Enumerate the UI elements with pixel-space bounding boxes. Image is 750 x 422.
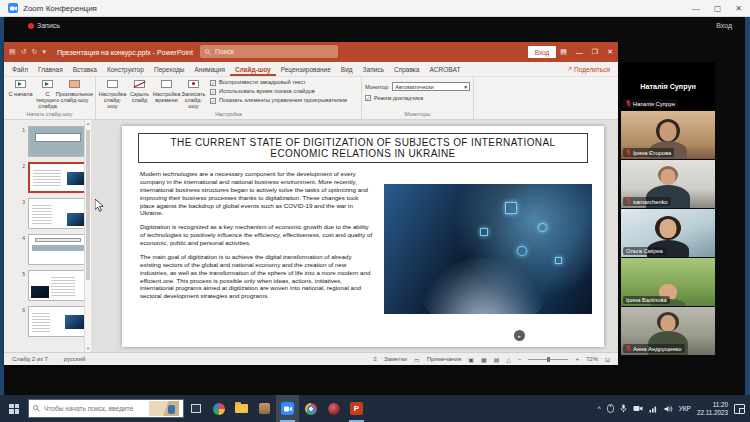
zoom-in-icon[interactable]: + <box>575 356 579 362</box>
slide-thumbnail[interactable]: 5 <box>20 270 88 301</box>
rehearse-timings-button[interactable]: Настройка времени <box>153 78 180 103</box>
checkbox-checked[interactable]: ✓ <box>210 80 216 86</box>
mouse-settings-icon[interactable] <box>607 404 614 413</box>
close-icon[interactable]: ✕ <box>735 4 742 13</box>
reading-view-icon[interactable]: ▤ <box>494 356 500 363</box>
tab-review[interactable]: Рецензирование <box>276 62 336 76</box>
ribbon-display-icon[interactable]: ▤ <box>560 48 567 56</box>
tab-transitions[interactable]: Переходы <box>149 62 190 76</box>
undo-icon[interactable]: ↺ <box>21 48 27 56</box>
participant-tile-active-speaker[interactable]: Ірина Балілова <box>621 258 715 306</box>
taskbar-search[interactable] <box>28 399 184 418</box>
tab-help[interactable]: Справка <box>389 62 425 76</box>
zoom-out-icon[interactable]: − <box>518 356 522 362</box>
checkbox-checked[interactable]: ✓ <box>210 98 216 104</box>
tab-acrobat[interactable]: ACROBAT <box>424 62 465 76</box>
participant-tile[interactable]: samarchenko <box>621 160 715 208</box>
muted-mic-icon <box>626 345 631 352</box>
task-view-button[interactable] <box>184 395 207 422</box>
tab-view[interactable]: Вид <box>336 62 358 76</box>
option-use-timings[interactable]: ✓ Использовать время показа слайдов <box>210 89 354 95</box>
maximize-icon[interactable]: ▢ <box>714 4 722 13</box>
store-icon[interactable] <box>253 395 276 422</box>
notes-button[interactable]: Заметки <box>384 356 407 362</box>
ppt-signin-button[interactable]: Вход <box>528 46 556 58</box>
powerpoint-taskbar-icon[interactable]: P <box>345 395 368 422</box>
zoom-taskbar-icon[interactable] <box>276 395 299 422</box>
slide-thumbnail-panel: 1 2 3 4 5 <box>4 120 91 352</box>
save-icon[interactable]: ▤ <box>9 48 16 56</box>
hidden-icons-button[interactable]: ^ <box>597 405 600 412</box>
tab-insert[interactable]: Вставка <box>68 62 102 76</box>
pinwheel-app-icon[interactable] <box>207 395 230 422</box>
slide-title[interactable]: THE CURRENT STATE OF DIGITIZATION OF SUB… <box>138 133 588 163</box>
comments-button[interactable]: Примечания <box>427 356 462 362</box>
option-play-narrations[interactable]: ✓ Воспроизвести закадровый текст <box>210 80 354 86</box>
tab-slideshow[interactable]: Слайд-шоу <box>230 62 276 76</box>
qat-customize-icon[interactable]: ▾ <box>42 48 46 56</box>
thumbnail-scrollbar[interactable]: ▲ ▼ <box>84 120 91 352</box>
custom-slideshow-button[interactable]: Произвольное слайд-шоу <box>61 78 88 103</box>
search-input[interactable] <box>44 405 145 412</box>
zoom-level[interactable]: 72% <box>586 356 598 362</box>
slideshow-view-icon[interactable]: △ <box>506 356 511 363</box>
normal-view-icon[interactable]: ▣ <box>468 356 474 363</box>
ppt-close-icon[interactable]: ✕ <box>607 48 613 56</box>
setup-slideshow-button[interactable]: Настройка слайд-шоу <box>99 78 126 109</box>
current-slide[interactable]: THE CURRENT STATE OF DIGITIZATION OF SUB… <box>122 126 604 347</box>
start-button[interactable] <box>0 395 28 422</box>
fit-slide-icon[interactable]: ⊡ <box>605 356 610 363</box>
volume-icon[interactable] <box>664 405 673 413</box>
action-center-icon[interactable] <box>734 404 745 414</box>
share-button[interactable]: ↗ Поделиться <box>567 62 610 76</box>
slide-thumbnail-selected[interactable]: 2 <box>20 162 88 193</box>
option-show-media-controls[interactable]: ✓ Показать элементы управления проигрыва… <box>210 98 354 104</box>
slide-image-digitization[interactable] <box>384 184 592 314</box>
scrollbar-thumb[interactable] <box>86 130 90 280</box>
tab-home[interactable]: Главная <box>33 62 68 76</box>
redo-icon[interactable]: ↻ <box>32 48 38 56</box>
search-highlight-image[interactable] <box>149 401 179 416</box>
tab-design[interactable]: Конструктор <box>102 62 149 76</box>
monitor-dropdown[interactable]: Автоматически ▾ <box>392 82 470 91</box>
checkbox-checked[interactable]: ✓ <box>365 95 371 101</box>
browser-red-icon[interactable] <box>322 395 345 422</box>
record-slideshow-button[interactable]: Записать слайд-шоу <box>180 78 207 109</box>
participant-tile[interactable]: Ірина Єгорова <box>621 111 715 159</box>
zoom-slider-thumb[interactable] <box>547 357 550 362</box>
ppt-search-box[interactable]: Поиск <box>200 45 338 58</box>
participant-tile[interactable]: Ольга Смірна <box>621 209 715 257</box>
slide-sorter-view-icon[interactable]: ▦ <box>481 356 487 363</box>
file-explorer-icon[interactable] <box>230 395 253 422</box>
ppt-minimize-icon[interactable]: — <box>576 49 583 56</box>
from-beginning-button[interactable]: С начала <box>7 78 34 97</box>
zoom-slider[interactable] <box>528 359 568 360</box>
minimize-icon[interactable]: — <box>692 4 700 13</box>
zoom-window-titlebar: Zoom Конференция — ▢ ✕ <box>0 0 750 17</box>
language-indicator[interactable]: русский <box>64 356 86 362</box>
checkbox-checked[interactable]: ✓ <box>210 89 216 95</box>
chrome-icon[interactable] <box>299 395 322 422</box>
presenter-view-option[interactable]: Режим докладчика <box>374 95 423 101</box>
slide-thumbnail[interactable]: 3 <box>20 198 88 229</box>
slide-media-button[interactable]: ▸ <box>514 330 525 341</box>
participant-tile[interactable]: Наталія Супрун Наталія Супрун <box>621 62 715 110</box>
slide-thumbnail[interactable]: 6 <box>20 306 88 337</box>
camera-icon[interactable] <box>633 405 643 412</box>
zoom-signin-link[interactable]: Вход <box>716 22 732 29</box>
language-switcher[interactable]: УКР <box>679 405 691 412</box>
taskbar-clock[interactable]: 11:20 22.11.2023 <box>697 401 728 416</box>
participant-tile[interactable]: Анна Андрущенко <box>621 307 715 355</box>
slide-thumbnail[interactable]: 4 <box>20 234 88 265</box>
slide-thumbnail[interactable]: 1 <box>20 126 88 157</box>
tab-file[interactable]: Файл <box>7 62 33 76</box>
microphone-icon[interactable] <box>620 404 627 413</box>
ppt-restore-icon[interactable]: ❐ <box>592 48 598 56</box>
tab-animations[interactable]: Анимация <box>189 62 230 76</box>
search-icon <box>33 405 40 412</box>
network-icon[interactable] <box>649 405 658 413</box>
slide-editor-area: THE CURRENT STATE OF DIGITIZATION OF SUB… <box>91 120 618 352</box>
slide-body-text[interactable]: Modern technologies are a necessary comp… <box>140 170 374 314</box>
tab-record[interactable]: Запись <box>358 62 389 76</box>
hide-slide-button[interactable]: Скрыть слайд <box>126 78 153 103</box>
